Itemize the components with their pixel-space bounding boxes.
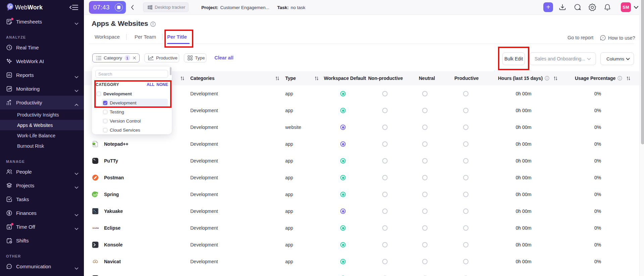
sidebar-subitem-apps-websites[interactable]: Apps & Websites	[0, 120, 84, 130]
radio-neutral[interactable]	[422, 141, 428, 147]
checkbox-checked-icon[interactable]	[103, 101, 107, 105]
bulk-edit-button[interactable]: Bulk Edit	[502, 52, 525, 65]
radio-productive[interactable]	[463, 242, 468, 247]
dropdown-option-testing[interactable]: Testing	[103, 108, 124, 116]
sidebar-item-communication[interactable]: Communication	[0, 260, 84, 273]
radio-non-productive[interactable]	[382, 175, 388, 180]
radio-workspace-default[interactable]	[340, 175, 346, 180]
radio-productive[interactable]	[463, 125, 468, 130]
radio-productive[interactable]	[463, 91, 468, 96]
radio-non-productive[interactable]	[382, 259, 388, 264]
radio-workspace-default[interactable]	[340, 158, 346, 164]
radio-workspace-default[interactable]	[340, 225, 346, 231]
stop-timer-icon[interactable]	[115, 3, 123, 11]
radio-neutral[interactable]	[422, 158, 428, 164]
radio-productive[interactable]	[463, 108, 468, 113]
radio-workspace-default[interactable]	[340, 192, 346, 197]
checkbox-icon[interactable]	[103, 110, 107, 114]
project-info[interactable]: Project: Customer Engagemen...	[201, 0, 269, 15]
radio-workspace-default[interactable]	[340, 125, 346, 130]
sidebar-item-tasks[interactable]: Tasks	[0, 192, 84, 206]
radio-productive[interactable]	[463, 141, 468, 147]
sidebar-item-shifts[interactable]: Shifts	[0, 234, 84, 247]
sidebar-item-time-off[interactable]: Time Off	[0, 220, 84, 234]
sort-usage-icon[interactable]	[626, 76, 631, 81]
col-neutral[interactable]: Neutral	[419, 71, 435, 85]
col-categories[interactable]: Categories	[190, 71, 214, 85]
sort-categories-icon[interactable]	[275, 71, 280, 85]
checkbox-icon[interactable]	[103, 119, 107, 123]
sidebar-subitem-work-life-balance[interactable]: Work-Life Balance	[0, 130, 84, 141]
radio-productive[interactable]	[463, 158, 468, 164]
radio-workspace-default[interactable]	[340, 91, 346, 96]
chat-icon[interactable]	[573, 3, 582, 12]
tab-per-team[interactable]: Per Team	[135, 33, 156, 41]
sort-title-icon[interactable]	[180, 71, 185, 85]
select-none-link[interactable]: NONE	[156, 82, 168, 87]
dropdown-option-development[interactable]: Development	[97, 90, 132, 98]
sidebar-item-webwork-ai[interactable]: WebWork AI	[0, 54, 84, 68]
tab-workspace[interactable]: Workspace	[95, 33, 120, 41]
how-to-use-link[interactable]: ? How to use?	[600, 35, 635, 41]
sidebar-subitem-productivity-insights[interactable]: Productivity Insights	[0, 109, 84, 120]
sidebar-item-real-time[interactable]: Real Time	[0, 41, 84, 54]
radio-non-productive[interactable]	[382, 209, 388, 214]
checkbox-icon[interactable]	[97, 92, 101, 96]
col-hours[interactable]: Hours (last 15 days)	[498, 71, 558, 85]
settings-gear-icon[interactable]	[588, 3, 597, 12]
radio-productive[interactable]	[463, 175, 468, 180]
radio-productive[interactable]	[463, 209, 468, 214]
radio-workspace-default[interactable]	[340, 209, 346, 214]
download-icon[interactable]	[558, 3, 567, 12]
radio-non-productive[interactable]	[382, 108, 388, 113]
dropdown-option-cloud-services[interactable]: Cloud Services	[103, 126, 140, 134]
radio-non-productive[interactable]	[382, 225, 388, 231]
radio-productive[interactable]	[463, 225, 468, 231]
radio-non-productive[interactable]	[382, 242, 388, 247]
productive-filter-chip[interactable]: Productive	[144, 53, 179, 62]
radio-productive[interactable]	[463, 192, 468, 197]
logo[interactable]: WebWork	[0, 0, 84, 15]
desktop-tracker-button[interactable]: Desktop tracker	[143, 2, 189, 12]
radio-neutral[interactable]	[422, 242, 428, 247]
radio-neutral[interactable]	[422, 125, 428, 130]
hours-info-icon[interactable]	[545, 76, 549, 81]
col-workspace-default[interactable]: Workspace Default	[324, 71, 366, 85]
radio-non-productive[interactable]	[382, 192, 388, 197]
dropdown-option-development[interactable]: Development	[102, 99, 168, 107]
sidebar-item-timesheets[interactable]: Timesheets	[0, 15, 84, 29]
category-filter-chip[interactable]: Category 1	[92, 53, 140, 62]
radio-non-productive[interactable]	[382, 141, 388, 147]
dropdown-search-input[interactable]	[95, 70, 168, 78]
page-scrollbar[interactable]	[639, 0, 644, 276]
title-info-icon[interactable]	[150, 21, 156, 27]
col-usage[interactable]: Usage Percentage	[575, 71, 631, 85]
user-menu-chevron-icon[interactable]	[634, 6, 639, 9]
sidebar-item-finances[interactable]: Finances	[0, 206, 84, 220]
radio-non-productive[interactable]	[382, 125, 388, 130]
radio-neutral[interactable]	[422, 225, 428, 231]
clear-all-filters-link[interactable]: Clear all	[214, 55, 233, 60]
radio-workspace-default[interactable]	[340, 141, 346, 147]
radio-neutral[interactable]	[422, 91, 428, 96]
workspace-select[interactable]: Sales and Onboarding...	[530, 52, 596, 65]
col-non-productive[interactable]: Non-productive	[368, 71, 403, 85]
radio-neutral[interactable]	[422, 209, 428, 214]
collapse-timer-icon[interactable]	[131, 5, 134, 10]
add-button[interactable]: +	[543, 2, 553, 12]
sidebar-item-monitoring[interactable]: Monitoring	[0, 82, 84, 96]
sort-type-icon[interactable]	[314, 71, 319, 85]
sidebar-collapse-icon[interactable]	[69, 4, 79, 11]
type-filter-chip[interactable]: Type	[184, 53, 206, 62]
radio-neutral[interactable]	[422, 259, 428, 264]
sidebar-item-productivity[interactable]: Productivity	[0, 96, 84, 109]
radio-workspace-default[interactable]	[340, 259, 346, 264]
dropdown-scrollbar[interactable]	[170, 67, 171, 75]
category-filter-clear-icon[interactable]	[133, 56, 136, 60]
col-type[interactable]: Type	[285, 71, 296, 85]
radio-non-productive[interactable]	[382, 158, 388, 164]
radio-non-productive[interactable]	[382, 91, 388, 96]
user-avatar[interactable]: SM	[621, 2, 631, 12]
timer-button[interactable]: 07:43	[89, 1, 126, 14]
radio-workspace-default[interactable]	[340, 108, 346, 113]
